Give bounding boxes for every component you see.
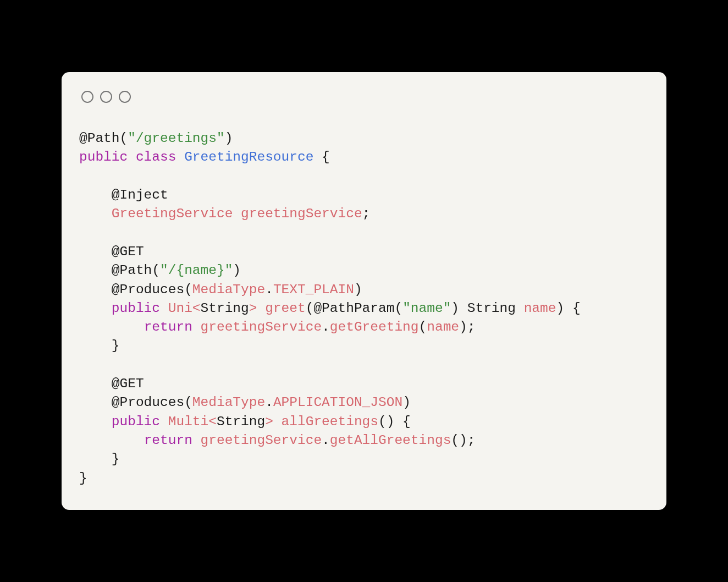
code-token: String xyxy=(201,301,249,316)
code-token: Multi xyxy=(168,414,209,429)
code-token: . xyxy=(265,282,273,297)
code-token: < xyxy=(208,414,217,429)
code-token xyxy=(192,433,201,448)
code-token: (@PathParam( xyxy=(306,301,402,316)
code-token: . xyxy=(265,395,273,410)
code-token: @Produces xyxy=(79,282,184,297)
close-icon[interactable] xyxy=(81,91,93,103)
code-token: return xyxy=(144,320,192,334)
code-token: public xyxy=(112,414,160,429)
code-token: GreetingResource xyxy=(184,150,313,164)
maximize-icon[interactable] xyxy=(119,91,131,103)
code-token: greetingService xyxy=(201,433,322,448)
code-token xyxy=(160,301,168,316)
code-token: . xyxy=(322,433,330,448)
code-token: TEXT_PLAIN xyxy=(273,282,354,297)
window-controls xyxy=(81,91,649,103)
code-token: { xyxy=(313,150,329,164)
code-token: } xyxy=(79,471,87,486)
code-token: ( xyxy=(184,282,192,297)
code-token: > xyxy=(249,301,257,316)
code-token: . xyxy=(322,320,330,334)
code-token xyxy=(273,414,282,429)
code-token: MediaType xyxy=(192,395,265,410)
code-token: } xyxy=(79,338,120,353)
code-token: return xyxy=(144,433,192,448)
code-token: ); xyxy=(459,320,475,334)
minimize-icon[interactable] xyxy=(100,91,112,103)
code-token: greetingService xyxy=(201,320,322,334)
code-token: ( xyxy=(419,320,427,334)
code-token xyxy=(257,301,265,316)
code-block: @Path("/greetings") public class Greetin… xyxy=(79,129,649,488)
code-token: @Path xyxy=(79,263,152,278)
code-token: "/greetings" xyxy=(128,131,224,146)
code-token: "name" xyxy=(402,301,451,316)
code-token xyxy=(79,433,144,448)
code-token: GreetingService xyxy=(112,206,233,221)
code-token: (); xyxy=(451,433,475,448)
code-window: @Path("/greetings") public class Greetin… xyxy=(62,72,666,510)
code-token: MediaType xyxy=(192,282,265,297)
code-token: String xyxy=(217,414,265,429)
code-token: name xyxy=(524,301,556,316)
code-token xyxy=(192,320,201,334)
code-token: APPLICATION_JSON xyxy=(273,395,402,410)
code-token: ) xyxy=(354,282,362,297)
code-token: ) { xyxy=(556,301,580,316)
code-token: name xyxy=(427,320,459,334)
code-token: ) xyxy=(225,131,233,146)
code-token: @Produces xyxy=(79,395,184,410)
code-token: "/{name}" xyxy=(160,263,233,278)
code-token: getAllGreetings xyxy=(330,433,451,448)
code-token: @Inject xyxy=(79,188,168,202)
code-token: > xyxy=(265,414,273,429)
code-token: greetingService xyxy=(241,206,362,221)
code-token: ( xyxy=(152,263,160,278)
code-token: ; xyxy=(362,206,371,221)
code-token xyxy=(233,206,241,221)
code-token xyxy=(160,414,168,429)
code-token xyxy=(79,414,112,429)
code-token: ( xyxy=(184,395,192,410)
code-token: ) xyxy=(402,395,411,410)
code-token: class xyxy=(136,150,177,164)
code-token: Uni xyxy=(168,301,192,316)
code-token: ( xyxy=(120,131,128,146)
code-token: ) String xyxy=(451,301,523,316)
code-token xyxy=(79,206,112,221)
code-token: public xyxy=(79,150,128,164)
code-token: () { xyxy=(378,414,411,429)
code-token: greet xyxy=(265,301,306,316)
code-token: allGreetings xyxy=(282,414,378,429)
code-token: < xyxy=(192,301,201,316)
code-token: @GET xyxy=(79,376,144,391)
code-token: ) xyxy=(233,263,241,278)
code-token xyxy=(79,301,112,316)
code-token xyxy=(176,150,184,164)
code-token: public xyxy=(112,301,160,316)
code-token: @GET xyxy=(79,244,144,259)
code-token: getGreeting xyxy=(330,320,419,334)
code-token xyxy=(79,320,144,334)
code-token: @Path xyxy=(79,131,120,146)
code-token: } xyxy=(79,452,120,466)
code-token xyxy=(128,150,136,164)
